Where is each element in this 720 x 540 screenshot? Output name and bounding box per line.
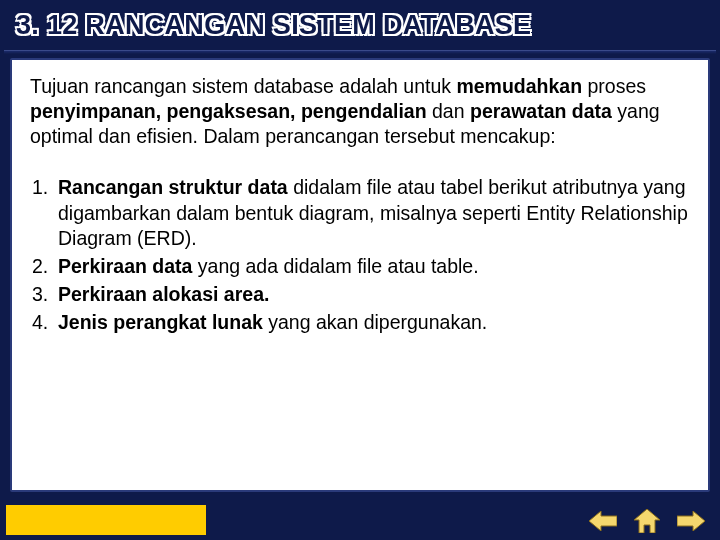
item-text: Jenis perangkat lunak yang akan dipergun… (58, 310, 690, 336)
arrow-left-icon (589, 511, 617, 531)
intro-text: Tujuan rancangan sistem database adalah … (30, 75, 456, 97)
arrow-right-icon (677, 511, 705, 531)
intro-bold-3: perawatan data (470, 100, 612, 122)
intro-bold-1: memudahkan (456, 75, 582, 97)
footer-accent (6, 505, 206, 535)
slide: 3. 12 RANCANGAN SISTEM DATABASE Tujuan r… (0, 0, 720, 540)
intro-text: proses (582, 75, 646, 97)
intro-text: dan (427, 100, 470, 122)
title-bar: 3. 12 RANCANGAN SISTEM DATABASE (4, 4, 716, 49)
svg-marker-1 (634, 509, 660, 533)
item-text: Perkiraan alokasi area. (58, 282, 690, 308)
nav-controls (588, 508, 706, 534)
item-number: 4. (30, 310, 58, 336)
title-underline (4, 50, 716, 54)
next-button[interactable] (676, 508, 706, 534)
list-item: 4. Jenis perangkat lunak yang akan diper… (30, 310, 690, 336)
slide-title: 3. 12 RANCANGAN SISTEM DATABASE (16, 10, 704, 41)
home-button[interactable] (632, 508, 662, 534)
intro-bold-2: penyimpanan, pengaksesan, pengendalian (30, 100, 427, 122)
footer-bar (0, 500, 720, 540)
item-rest: yang ada didalam file atau table. (192, 255, 478, 277)
item-bold: Jenis perangkat lunak (58, 311, 263, 333)
item-rest: yang akan dipergunakan. (263, 311, 487, 333)
item-text: Perkiraan data yang ada didalam file ata… (58, 254, 690, 280)
item-bold: Perkiraan data (58, 255, 192, 277)
item-number: 1. (30, 175, 58, 252)
svg-marker-2 (677, 511, 705, 531)
list-item: 1. Rancangan struktur data didalam file … (30, 175, 690, 252)
item-text: Rancangan struktur data didalam file ata… (58, 175, 690, 252)
intro-paragraph: Tujuan rancangan sistem database adalah … (30, 74, 690, 149)
item-number: 3. (30, 282, 58, 308)
prev-button[interactable] (588, 508, 618, 534)
list-item: 3. Perkiraan alokasi area. (30, 282, 690, 308)
item-bold: Rancangan struktur data (58, 176, 288, 198)
content-box: Tujuan rancangan sistem database adalah … (10, 58, 710, 492)
item-bold: Perkiraan alokasi area. (58, 283, 269, 305)
numbered-list: 1. Rancangan struktur data didalam file … (30, 175, 690, 335)
svg-marker-0 (589, 511, 617, 531)
item-number: 2. (30, 254, 58, 280)
home-icon (634, 509, 660, 533)
list-item: 2. Perkiraan data yang ada didalam file … (30, 254, 690, 280)
